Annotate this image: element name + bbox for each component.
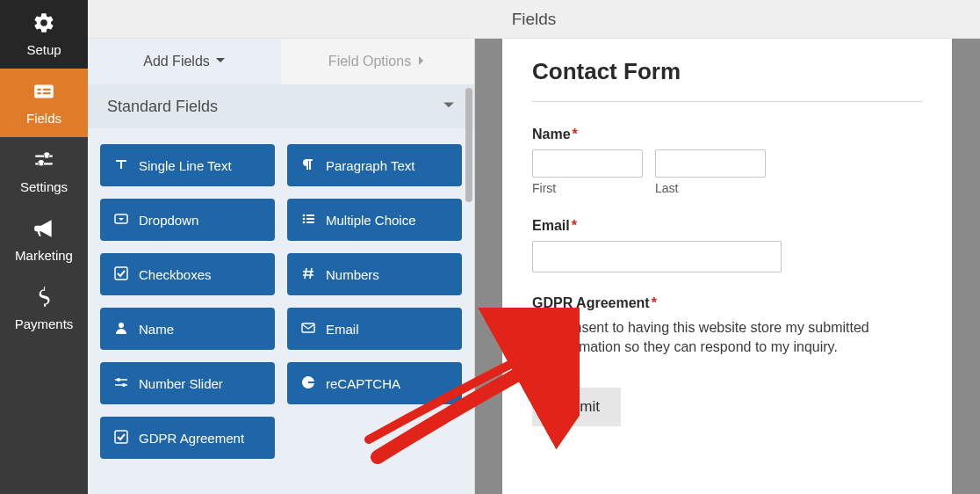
label-text: Name [532,127,571,142]
svg-rect-11 [306,222,314,223]
svg-point-8 [303,217,306,220]
field-gdpr-block[interactable]: GDPR Agreement* I consent to having this… [532,295,922,358]
svg-rect-2 [37,92,40,94]
group-title: Standard Fields [107,98,218,116]
field-label: Name [139,322,174,337]
svg-point-16 [122,383,126,387]
list-icon [301,212,315,229]
svg-rect-3 [43,89,51,91]
chevron-down-icon [215,54,226,69]
field-label: Number Slider [139,376,223,391]
field-dropdown[interactable]: Dropdown [100,199,275,241]
divider [532,101,922,102]
text-icon [114,157,128,174]
field-gdpr-agreement[interactable]: GDPR Agreement [100,417,275,459]
chevron-down-icon [443,98,455,116]
dollar-icon [32,286,55,311]
field-grid: Single Line Text Paragraph Text Dropdown… [88,128,474,475]
sidebar-label: Setup [26,42,61,57]
field-multiple-choice[interactable]: Multiple Choice [287,199,462,241]
submit-button[interactable]: Submit [532,388,621,426]
field-label: GDPR Agreement [139,431,244,446]
sublabel-first: First [532,181,643,195]
field-name[interactable]: Name [100,308,275,350]
hash-icon [301,266,315,283]
field-label: Dropdown [139,213,198,228]
scrollbar[interactable] [465,88,472,202]
field-email-block[interactable]: Email* [532,218,922,272]
field-label-email: Email* [532,218,922,234]
sidebar-label: Marketing [15,248,73,263]
paragraph-icon [301,157,315,174]
google-icon [301,375,315,392]
sidebar-label: Payments [15,316,74,331]
svg-rect-17 [115,431,127,443]
svg-point-13 [119,323,124,328]
preview-gutter-right [952,39,980,494]
label-text: GDPR Agreement [532,295,650,310]
field-label: Paragraph Text [326,158,414,173]
svg-point-10 [303,221,306,223]
field-label: Multiple Choice [326,213,416,228]
field-label: Single Line Text [139,158,232,173]
field-email[interactable]: Email [287,308,462,350]
required-mark: * [573,127,578,142]
field-checkboxes[interactable]: Checkboxes [100,253,275,295]
svg-rect-12 [115,267,127,280]
field-single-line-text[interactable]: Single Line Text [100,144,275,186]
sidebar-item-setup[interactable]: Setup [0,0,88,69]
email-input[interactable] [532,241,782,272]
gear-icon [32,11,55,37]
check-square-icon [114,430,128,447]
field-label-gdpr: GDPR Agreement* [532,295,922,311]
svg-point-15 [117,378,120,381]
bullhorn-icon [32,217,55,243]
sidebar-item-settings[interactable]: Settings [0,137,88,206]
sidebar-item-payments[interactable]: Payments [0,274,88,343]
consent-text: I consent to having this website store m… [551,318,922,358]
fields-panel: Add Fields Field Options Standard Fields [88,39,474,494]
group-header-standard[interactable]: Standard Fields [88,84,474,128]
form-title: Contact Form [532,58,922,85]
sidebar-item-fields[interactable]: Fields [0,69,88,137]
envelope-icon [301,321,315,338]
svg-rect-4 [43,92,51,94]
consent-checkbox[interactable] [532,320,543,336]
label-text: Email [532,218,570,233]
page-title: Fields [512,10,557,29]
required-mark: * [652,295,657,310]
preview-gutter-left [474,39,502,494]
field-label: Email [326,322,359,337]
field-name-block[interactable]: Name* First Last [532,127,922,195]
field-recaptcha[interactable]: reCAPTCHA [287,362,462,404]
sidebar: Setup Fields Settings Marketing Payments [0,0,88,494]
svg-rect-1 [37,89,40,91]
required-mark: * [572,218,577,233]
dropdown-icon [114,212,128,229]
main-area: Fields Add Fields Field Options Standard… [88,0,980,494]
topbar: Fields [88,0,980,39]
last-name-input[interactable] [655,149,766,178]
svg-rect-9 [306,218,314,220]
sidebar-item-marketing[interactable]: Marketing [0,206,88,274]
tab-add-fields[interactable]: Add Fields [88,39,281,84]
field-label-name: Name* [532,127,922,142]
sidebar-label: Settings [20,179,68,194]
check-icon [114,266,128,283]
field-numbers[interactable]: Numbers [287,253,462,295]
field-paragraph-text[interactable]: Paragraph Text [287,144,462,186]
field-label: reCAPTCHA [326,376,400,391]
svg-point-6 [303,214,306,216]
sidebar-label: Fields [26,111,61,126]
field-number-slider[interactable]: Number Slider [100,362,275,404]
svg-rect-7 [306,214,314,216]
sliders-icon [32,149,55,174]
form-preview: Contact Form Name* First Last [502,39,952,494]
first-name-input[interactable] [532,149,643,178]
svg-rect-0 [34,84,54,98]
slider-icon [114,375,128,392]
chevron-right-icon [416,54,427,69]
tab-field-options[interactable]: Field Options [281,39,474,84]
tab-label: Add Fields [143,54,210,69]
field-label: Numbers [326,267,379,282]
